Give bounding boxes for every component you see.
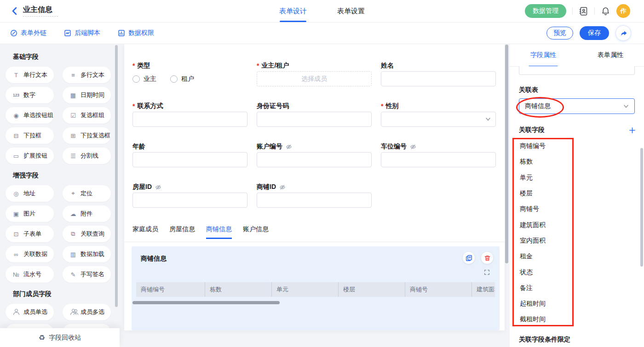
account-no-input[interactable] [257, 152, 372, 167]
tab-family-members[interactable]: 家庭成员 [132, 225, 158, 239]
related-field-item[interactable]: 单元 [520, 170, 570, 186]
preview-button[interactable]: 预览 [546, 27, 573, 40]
required-mark: * [257, 62, 259, 69]
tab-shop-info[interactable]: 商铺信息 [206, 225, 232, 239]
field-pill-divider[interactable]: ☰分割线 [63, 148, 111, 164]
contact-input[interactable] [132, 112, 247, 127]
parking-no-input[interactable] [381, 152, 496, 167]
share-button[interactable] [615, 25, 631, 41]
field-pill-data-load[interactable]: ▥数据加载 [63, 246, 111, 262]
field-account-no[interactable]: 账户编号 [257, 142, 372, 167]
id-number-input[interactable] [257, 112, 372, 127]
serial-number-icon: № [12, 271, 20, 278]
field-pill-related-data[interactable]: ∞关联数据 [6, 246, 54, 262]
field-recycle-bin[interactable]: ♻ 字段回收站 [0, 328, 120, 347]
related-field-item[interactable]: 截租时间 [520, 312, 570, 327]
field-pill-subform[interactable]: ⊡子表单 [6, 226, 54, 242]
contacts-book-icon[interactable] [579, 6, 588, 16]
pill-label: 数字 [23, 91, 35, 99]
tab-field-properties[interactable]: 字段属性 [510, 44, 577, 66]
scrolled-input-partial[interactable] [519, 66, 635, 75]
column-header[interactable]: 栋数 [205, 282, 272, 297]
column-header[interactable]: 商铺号 [405, 282, 472, 297]
backend-script-button[interactable]: 后端脚本 [64, 29, 100, 37]
gender-select[interactable] [381, 112, 496, 127]
notification-bell-icon[interactable] [601, 6, 610, 16]
expand-icon[interactable] [484, 269, 490, 275]
field-name[interactable]: 姓名 [381, 61, 496, 86]
field-id-number[interactable]: 身份证号码 [257, 102, 372, 127]
house-id-input[interactable] [132, 193, 247, 208]
tab-form-settings[interactable]: 表单设置 [337, 0, 365, 22]
data-load-icon: ▥ [69, 251, 77, 258]
field-pill-location[interactable]: ⌖定位 [63, 185, 111, 202]
field-pill-number[interactable]: 123数字 [6, 87, 54, 103]
field-house-id[interactable]: 房屋ID [132, 182, 247, 208]
related-field-item[interactable]: 商铺号 [520, 201, 570, 217]
related-field-item[interactable]: 租金 [520, 249, 570, 264]
data-manage-button[interactable]: 数据管理 [525, 4, 566, 18]
user-avatar[interactable]: 作 [616, 4, 630, 18]
related-field-item[interactable]: 商铺编号 [520, 138, 570, 154]
related-data-icon: ∞ [12, 251, 20, 258]
shop-info-subform-panel[interactable]: 商铺信息 商铺编号 栋数 单元 楼层 [132, 246, 500, 330]
related-field-item[interactable]: 楼层 [520, 186, 570, 201]
field-age[interactable]: 年龄 [132, 142, 247, 167]
panel-scrollbar[interactable] [640, 148, 643, 267]
shop-id-input[interactable] [257, 193, 372, 208]
field-pill-image[interactable]: ▣图片 [6, 205, 54, 222]
field-gender[interactable]: *性别 [381, 102, 496, 127]
sidebar-scrollbar[interactable] [115, 45, 118, 307]
related-table-select[interactable]: 商铺信息 [519, 98, 635, 114]
field-pill-datetime[interactable]: ▦日期时间 [63, 87, 111, 103]
tab-house-info[interactable]: 房屋信息 [169, 225, 195, 239]
external-link-button[interactable]: 表单外链 [10, 29, 46, 37]
add-related-field-button[interactable] [629, 127, 636, 134]
field-pill-member-multi[interactable]: 成员多选 [63, 304, 111, 320]
delete-button[interactable] [481, 252, 493, 264]
member-picker[interactable]: 选择成员 [257, 71, 372, 86]
column-header[interactable]: 商铺编号 [136, 282, 205, 297]
related-field-item[interactable]: 状态 [520, 264, 570, 280]
field-pill-radio-group[interactable]: ◉单选按钮组 [6, 107, 54, 124]
field-pill-multi-line-text[interactable]: ≡多行文本 [63, 67, 111, 83]
radio-option-owner[interactable]: 业主 [132, 75, 156, 83]
back-button[interactable] [10, 6, 18, 16]
field-palette-sidebar: 基础字段 T单行文本 ≡多行文本 123数字 ▦日期时间 ◉单选按钮组 ☑复选框… [0, 44, 120, 347]
related-field-item[interactable]: 备注 [520, 280, 570, 296]
column-header[interactable]: 楼层 [339, 282, 405, 297]
field-pill-related-query[interactable]: ⧉关联查询 [63, 226, 111, 242]
field-pill-address[interactable]: ◎地址 [6, 185, 54, 202]
field-contact[interactable]: *联系方式 [132, 102, 247, 127]
column-header[interactable]: 建筑面积 [472, 282, 495, 297]
field-pill-dropdown-multi[interactable]: ⊞下拉复选框 [63, 127, 111, 144]
field-shop-id[interactable]: 商铺ID [257, 182, 372, 208]
data-permission-button[interactable]: 数据权限 [118, 29, 154, 37]
tab-form-design[interactable]: 表单设计 [279, 0, 307, 22]
field-parking-no[interactable]: 车位编号 [381, 142, 496, 167]
related-field-item[interactable]: 栋数 [520, 154, 570, 170]
field-type[interactable]: *类型 业主 租户 [132, 61, 247, 86]
tab-form-properties[interactable]: 表单属性 [577, 44, 644, 66]
field-pill-single-line-text[interactable]: T单行文本 [6, 67, 54, 83]
field-pill-signature[interactable]: ✎手写签名 [63, 266, 111, 283]
related-field-item[interactable]: 起租时间 [520, 296, 570, 312]
field-owner-tenant[interactable]: *业主/租户 选择成员 [257, 61, 372, 86]
tab-account-info[interactable]: 账户信息 [243, 225, 269, 239]
copy-button[interactable] [463, 252, 475, 264]
age-input[interactable] [132, 152, 247, 167]
canvas-scrollbar[interactable] [505, 45, 508, 263]
field-pill-attachment[interactable]: ☁附件 [63, 205, 111, 222]
radio-option-tenant[interactable]: 租户 [170, 75, 194, 83]
name-input[interactable] [381, 71, 496, 86]
save-button[interactable]: 保存 [580, 26, 609, 40]
field-pill-serial-number[interactable]: №流水号 [6, 266, 54, 283]
subform-horizontal-scrollbar[interactable] [132, 301, 280, 304]
field-pill-extend-button[interactable]: ▭扩展按钮 [6, 148, 54, 164]
related-field-item[interactable]: 建筑面积 [520, 217, 570, 233]
column-header[interactable]: 单元 [272, 282, 339, 297]
related-field-item[interactable]: 室内面积 [520, 233, 570, 249]
field-pill-checkbox-group[interactable]: ☑复选框组 [63, 107, 111, 124]
field-pill-member-single[interactable]: 成员单选 [6, 304, 54, 320]
field-pill-dropdown[interactable]: ⊟下拉框 [6, 127, 54, 144]
